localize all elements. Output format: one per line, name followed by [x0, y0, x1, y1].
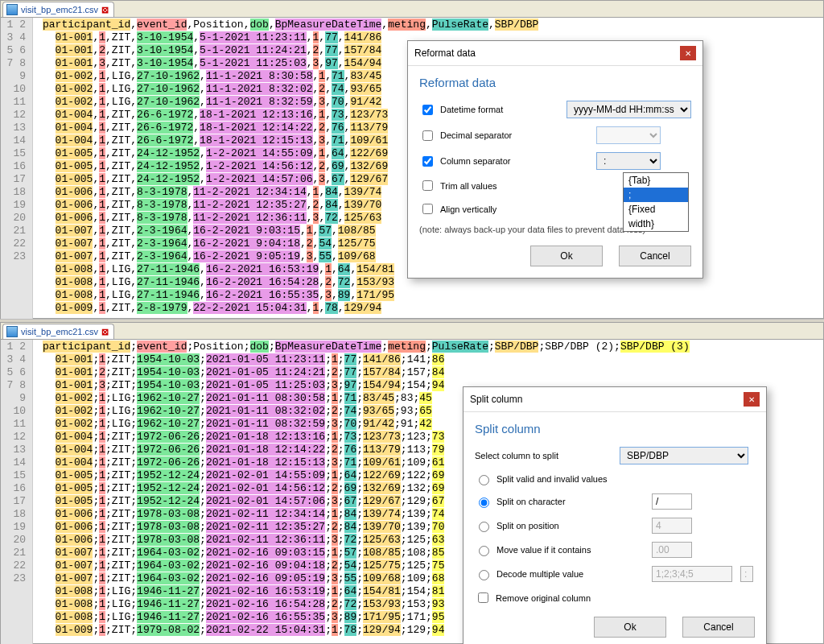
- split-column-dialog: Split column ✕ Split column Select colum…: [463, 386, 767, 644]
- trim-values-checkbox[interactable]: Trim all values: [419, 178, 588, 193]
- file-tab-label: visit_bp_emc21.csv: [21, 5, 98, 14]
- reformat-dialog: Reformat data ✕ Reformat data Datetime f…: [407, 40, 703, 279]
- dropdown-option-semicolon[interactable]: ;: [624, 188, 688, 202]
- tab-bar-bottom: visit_bp_emc21.csv ⊠: [1, 323, 823, 340]
- close-tab-icon[interactable]: ⊠: [101, 327, 109, 337]
- decimal-separator-checkbox[interactable]: Decimal separator: [419, 128, 588, 143]
- datetime-format-checkbox[interactable]: Datetime format: [419, 102, 558, 118]
- close-tab-icon[interactable]: ⊠: [101, 5, 109, 15]
- file-tab-label: visit_bp_emc21.csv: [21, 327, 98, 336]
- remove-original-checkbox[interactable]: Remove original column: [475, 590, 644, 605]
- cancel-button[interactable]: Cancel: [682, 617, 755, 638]
- cancel-button[interactable]: Cancel: [619, 246, 691, 266]
- decode-multiple-value-radio[interactable]: Decode multiple value: [475, 568, 644, 580]
- dialog-titlebar[interactable]: Split column ✕: [464, 387, 766, 412]
- move-value-contains-radio[interactable]: Move value if it contains: [475, 543, 644, 556]
- line-number-gutter: 1 2 3 4 5 6 7 8 9 10 11 12 13 14 15 16 1…: [1, 340, 33, 644]
- align-vertically-checkbox[interactable]: Align vertically: [419, 201, 588, 217]
- split-on-character-radio[interactable]: Split on character: [475, 495, 644, 508]
- dropdown-option-fixed-width[interactable]: {Fixed width}: [624, 202, 688, 231]
- datetime-format-select[interactable]: yyyy-MM-dd HH:mm:ss: [566, 101, 691, 118]
- ok-button[interactable]: Ok: [594, 617, 666, 638]
- select-column-dropdown[interactable]: SBP/DBP: [620, 447, 748, 464]
- column-separator-select[interactable]: :: [596, 152, 661, 170]
- decode-delimiter-input[interactable]: [740, 566, 753, 582]
- decode-values-input[interactable]: [652, 566, 732, 582]
- file-icon: [6, 326, 18, 337]
- decimal-separator-select: [596, 126, 661, 144]
- column-separator-dropdown[interactable]: {Tab} ; {Fixed width}: [623, 172, 689, 232]
- move-value-input[interactable]: [652, 542, 692, 558]
- ok-button[interactable]: Ok: [530, 246, 603, 266]
- dialog-title: Reformat data: [414, 47, 476, 59]
- tab-bar-top: visit_bp_emc21.csv ⊠: [1, 1, 823, 18]
- line-number-gutter: 1 2 3 4 5 6 7 8 9 10 11 12 13 14 15 16 1…: [1, 18, 33, 319]
- dropdown-option-tab[interactable]: {Tab}: [624, 173, 688, 188]
- column-separator-checkbox[interactable]: Column separator: [419, 154, 588, 169]
- select-column-label: Select column to split: [475, 451, 612, 460]
- split-position-input[interactable]: [652, 518, 692, 534]
- dialog-heading: Reformat data: [419, 76, 691, 89]
- close-icon[interactable]: ✕: [680, 46, 696, 60]
- split-on-position-radio[interactable]: Split on position: [475, 519, 644, 532]
- file-tab-bottom[interactable]: visit_bp_emc21.csv ⊠: [2, 324, 114, 339]
- close-icon[interactable]: ✕: [744, 392, 760, 407]
- dialog-title: Split column: [470, 394, 522, 405]
- file-icon: [6, 4, 18, 15]
- split-valid-invalid-radio[interactable]: Split valid and invalid values: [475, 473, 644, 485]
- dialog-titlebar[interactable]: Reformat data ✕: [408, 41, 702, 66]
- file-tab-top[interactable]: visit_bp_emc21.csv ⊠: [2, 2, 114, 17]
- split-character-input[interactable]: [652, 493, 692, 510]
- dialog-heading: Split column: [475, 422, 755, 436]
